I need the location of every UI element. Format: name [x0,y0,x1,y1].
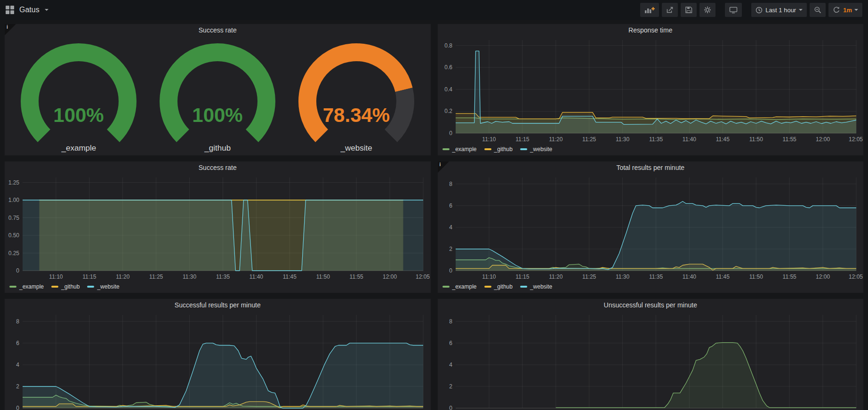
x-tick-label: 11:25 [582,273,596,280]
series-fill-_website [555,343,856,408]
x-tick-label: 11:20 [116,273,129,280]
legend-item-_website[interactable]: _website [520,283,552,290]
share-dashboard-button[interactable] [662,3,678,17]
apps-grid-icon[interactable] [6,6,14,14]
panel-title[interactable]: Success rate [5,161,431,174]
caret-down-icon[interactable] [854,9,858,11]
y-tick-label: 0.25 [8,250,20,257]
save-icon [685,6,692,14]
success-rate-chart[interactable]: 00.250.500.751.001.2511:1011:1511:2011:2… [5,174,431,282]
panel-title[interactable]: Unsuccessful results per minute [438,299,864,311]
cycle-view-mode-button[interactable] [725,3,742,17]
x-tick-label: 11:35 [649,136,662,143]
gauge-value: 78.34% [323,104,390,126]
share-icon [666,6,674,14]
x-tick-label: 11:55 [350,273,363,280]
legend-swatch [520,148,527,150]
y-tick-label: 2 [449,383,452,390]
caret-down-icon[interactable] [45,9,48,11]
panel-title[interactable]: Total results per minute [438,161,864,174]
add-panel-button[interactable] [640,3,659,17]
save-dashboard-button[interactable] [681,3,697,17]
y-tick-label: 0.2 [444,108,452,114]
y-tick-label: 0 [16,405,19,410]
x-tick-label: 11:20 [549,136,563,143]
y-tick-label: 2 [16,383,19,390]
y-tick-label: 0.4 [444,86,452,93]
panel-info-corner[interactable]: i [5,24,16,35]
y-tick-label: 8 [449,318,452,325]
legend-item-_github[interactable]: _github [484,283,513,290]
time-range-picker[interactable]: Last 1 hour [751,3,807,17]
clock-icon [755,7,763,14]
gauge-remainder-arc [391,89,405,136]
x-tick-label: 11:50 [316,273,330,280]
legend-item-_github[interactable]: _github [51,283,80,290]
chart-canvas: 00.20.40.60.811:1011:1511:2011:2511:3011… [438,36,864,145]
legend-swatch [484,148,491,150]
legend-swatch [51,286,58,288]
x-tick-label: 12:00 [816,273,830,280]
y-tick-label: 4 [449,362,452,368]
legend-label: _github [494,283,513,290]
y-tick-label: 8 [16,318,19,325]
toolbar: Last 1 hour 1m [637,3,862,17]
legend-item-_example[interactable]: _example [9,283,44,290]
legend-item-_github[interactable]: _github [484,146,513,153]
chart-canvas: 00.250.500.751.001.2511:1011:1511:2011:2… [5,174,431,282]
x-tick-label: 11:30 [616,136,629,143]
response-time-chart[interactable]: 00.20.40.60.811:1011:1511:2011:2511:3011… [438,36,864,145]
x-tick-label: 11:45 [715,136,729,143]
gauge-_github: 100%_github [149,41,286,153]
y-tick-label: 0.8 [444,42,452,49]
x-tick-label: 11:55 [782,136,796,143]
gauge-label: _website [341,144,372,153]
y-tick-label: 8 [449,181,452,187]
legend-swatch [484,286,491,288]
panel-successful-results: Successful results per minute 0246811:10… [4,298,431,410]
dashboard-settings-button[interactable] [699,3,715,17]
gauge-arc: 100% [10,41,147,143]
chart-canvas: 0246811:1011:1511:2011:2511:3011:3511:40… [5,311,431,410]
panel-title[interactable]: Response time [438,24,864,36]
legend-item-_example[interactable]: _example [442,146,477,153]
refresh-button[interactable]: 1m [828,3,862,17]
refresh-icon [833,6,840,14]
successful-results-chart[interactable]: 0246811:1011:1511:2011:2511:3011:3511:40… [5,311,431,410]
panel-info-corner[interactable]: i [438,161,449,173]
gear-icon [704,6,711,14]
panel-title[interactable]: Success rate [5,24,431,36]
unsuccessful-results-chart[interactable]: 0246811:1011:1511:2011:2511:3011:3511:40… [438,311,864,410]
x-tick-label: 11:10 [482,136,496,143]
gauge-value: 100% [193,104,243,126]
y-tick-label: 0 [16,267,19,274]
panel-success-rate-gauges: i Success rate 100%_example100%_github78… [4,24,431,156]
legend-item-_website[interactable]: _website [87,283,119,290]
legend-swatch [9,286,16,288]
zoom-out-button[interactable] [810,3,826,17]
total-results-chart[interactable]: 0246811:1011:1511:2011:2511:3011:3511:40… [438,174,864,282]
panel-success-rate-timeseries: Success rate 00.250.500.751.001.2511:101… [4,161,431,293]
panel-title[interactable]: Successful results per minute [5,299,431,311]
dashboard-title[interactable]: Gatus [19,6,40,14]
y-tick-label: 0.75 [8,215,20,221]
y-tick-label: 0.6 [444,64,452,71]
x-tick-label: 12:05 [416,273,430,280]
legend-label: _github [61,283,80,290]
chart-legend: _example_github_website [438,282,864,293]
panel-unsuccessful-results: Unsuccessful results per minute 0246811:… [437,298,864,410]
refresh-interval-label[interactable]: 1m [843,7,852,14]
gauge-label: _example [62,144,96,153]
legend-item-_website[interactable]: _website [520,146,552,153]
dashboard-grid: i Success rate 100%_example100%_github78… [0,20,868,410]
x-tick-label: 11:50 [749,136,763,143]
gauge-arc: 100% [149,41,286,143]
x-tick-label: 12:00 [816,136,830,143]
add-panel-icon [644,6,655,14]
x-tick-label: 11:50 [749,273,763,280]
x-tick-label: 11:25 [582,136,596,143]
y-tick-label: 1.25 [8,179,20,186]
legend-swatch [442,286,450,288]
x-tick-label: 11:30 [183,273,196,280]
legend-item-_example[interactable]: _example [442,283,477,290]
